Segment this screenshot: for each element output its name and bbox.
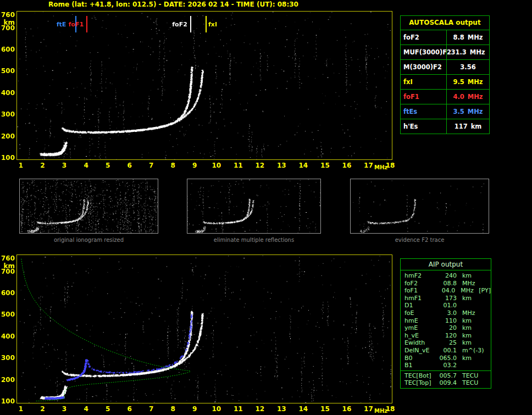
thumbnail-caption-evidence: evidence F2 trace xyxy=(350,237,489,243)
aip-param-unit: km xyxy=(457,339,481,347)
x-tick-label: 7 xyxy=(145,405,158,413)
aip-row-hmE: hmE110km xyxy=(401,317,491,325)
aip-param-unit: km xyxy=(457,317,481,325)
x-tick-label: 5 xyxy=(101,405,114,413)
aip-param-name: TEC[Top] xyxy=(401,379,435,387)
aip-output-table: AIP output hmF2240kmfoF208.8MHzfoF104.0M… xyxy=(400,258,491,389)
aip-param-unit xyxy=(457,302,481,309)
x-tick-label: 16 xyxy=(340,405,353,413)
y-tick-label: 300 xyxy=(0,110,15,118)
aip-row-B1: B103.2 xyxy=(401,362,491,369)
aip-row-hmF2: hmF2240km xyxy=(401,272,491,280)
aip-param-value: 25 xyxy=(435,339,457,347)
aip-param-extra xyxy=(481,339,491,347)
autoscala-row-label: M(3000)F2 xyxy=(401,60,447,74)
aip-param-extra xyxy=(481,362,491,369)
autoscala-table-body: foF28.8MHzMUF(3000)F231.3MHzM(3000)F23.5… xyxy=(401,30,489,134)
aip-param-name: foE xyxy=(401,309,435,317)
aip-param-value: 3.0 xyxy=(435,309,457,317)
aip-row-foF2: foF208.8MHz xyxy=(401,280,491,287)
aip-param-value: 03.2 xyxy=(435,362,457,369)
autoscala-output-table: AUTOSCALA output foF28.8MHzMUF(3000)F231… xyxy=(400,15,490,134)
thumbnail-canvas-original xyxy=(20,179,158,233)
autoscala-row-unit: km xyxy=(471,119,482,134)
aip-row-foF1: foF104.0MHz[PY] xyxy=(401,287,491,295)
aip-param-unit: MHz xyxy=(457,309,481,317)
y-tick-label: 500 xyxy=(0,311,15,318)
y-tick-label: 400 xyxy=(0,333,15,340)
autoscala-row-unit: MHz xyxy=(468,30,483,45)
aip-param-name: h_vE xyxy=(401,332,435,340)
marker-line-fxI xyxy=(206,16,207,32)
y-axis-unit-label: km xyxy=(0,262,15,270)
autoscala-row-label: MUF(3000)F2 xyxy=(401,45,447,59)
thumbnail-canvas-evidence xyxy=(351,179,489,233)
autoscala-row-value-cell: 117km xyxy=(447,119,489,134)
autoscala-row-value: 8.8 xyxy=(453,30,464,45)
aip-param-value: 04.0 xyxy=(434,287,455,295)
marker-line-foF1 xyxy=(86,16,87,32)
aip-param-value: 009.4 xyxy=(435,379,457,387)
marker-label-ftEs: ftE xyxy=(57,21,66,28)
aip-row-ymE: ymE20km xyxy=(401,324,491,332)
aip-param-value: 08.8 xyxy=(435,280,457,287)
autoscala-row-foF1: foF14.0MHz xyxy=(401,90,489,104)
aip-param-extra xyxy=(481,309,491,317)
thumbnail-canvas-eliminate xyxy=(187,179,320,233)
autoscala-row-value-cell: 3.5MHz xyxy=(447,104,489,119)
x-tick-label: 3 xyxy=(58,405,71,413)
autoscala-row-ftEs: ftEs3.5MHz xyxy=(401,104,489,119)
aip-param-value: 110 xyxy=(435,317,457,325)
y-tick-label: 100 xyxy=(0,397,15,405)
autoscala-row-value-cell: 31.3MHz xyxy=(447,45,489,59)
y-tick-label: 500 xyxy=(0,67,15,75)
autoscala-row-label: foF1 xyxy=(401,90,447,104)
x-tick-label: 16 xyxy=(340,162,353,169)
autoscala-row-unit: MHz xyxy=(468,75,483,89)
aip-param-name: foF1 xyxy=(401,287,434,295)
thumbnail-caption-eliminate: eliminate multiple reflections xyxy=(187,237,321,243)
x-tick-label: 14 xyxy=(297,162,310,169)
x-tick-label: 10 xyxy=(210,405,223,413)
x-tick-label: 14 xyxy=(297,405,310,413)
thumbnail-evidence-f2 xyxy=(350,179,489,234)
x-tick-label: 11 xyxy=(231,162,245,169)
marker-label-fxI: fxI xyxy=(208,21,217,28)
aip-row-TEC[Top]: TEC[Top]009.4TECU xyxy=(401,379,491,387)
thumbnail-caption-original: original ionogram resized xyxy=(19,237,158,243)
aip-row-DelN_vE: DelN_vE00.1m^(-3) xyxy=(401,347,491,355)
marker-label-foF2: foF2 xyxy=(172,21,187,28)
aip-param-name: D1 xyxy=(401,302,435,309)
y-tick-label: 600 xyxy=(0,289,15,297)
y-axis-unit-label: km xyxy=(0,19,15,26)
autoscala-row-unit: MHz xyxy=(470,45,485,59)
aip-param-unit xyxy=(457,362,481,369)
x-tick-label: 17 xyxy=(362,162,375,169)
autoscala-row-unit: MHz xyxy=(468,90,483,104)
x-axis-unit-label: MHz xyxy=(374,408,387,414)
x-tick-label: 13 xyxy=(275,162,288,169)
aip-param-name: B0 xyxy=(401,355,435,362)
aip-row-Ewidth: Ewidth25km xyxy=(401,339,491,347)
y-tick-label: 400 xyxy=(0,89,15,97)
aip-row-foE: foE3.0MHz xyxy=(401,309,491,317)
aip-param-value: 005.7 xyxy=(435,372,457,380)
autoscala-row-value: 9.5 xyxy=(453,75,464,89)
autoscala-table-header: AUTOSCALA output xyxy=(401,16,489,30)
aip-param-value: 120 xyxy=(435,332,457,340)
y-tick-label: 300 xyxy=(0,354,15,362)
page-title: Rome (lat: +41.8, lon: 012.5) - DATE: 20… xyxy=(48,1,298,8)
x-tick-label: 9 xyxy=(188,162,201,169)
aip-param-name: TEC[Bot] xyxy=(401,372,435,380)
aip-param-extra xyxy=(481,347,491,355)
aip-param-unit: km xyxy=(457,295,481,302)
aip-param-extra xyxy=(481,302,491,309)
x-tick-label: 10 xyxy=(210,162,223,169)
aip-row-h_vE: h_vE120km xyxy=(401,332,491,340)
autoscala-row-fxI: fxI9.5MHz xyxy=(401,75,489,90)
autoscala-row-value-cell: 9.5MHz xyxy=(447,75,489,89)
aip-param-unit: km xyxy=(457,272,481,280)
x-tick-label: 12 xyxy=(253,162,267,169)
autoscala-row-label: ftEs xyxy=(401,104,447,119)
aip-param-name: foF2 xyxy=(401,280,435,287)
